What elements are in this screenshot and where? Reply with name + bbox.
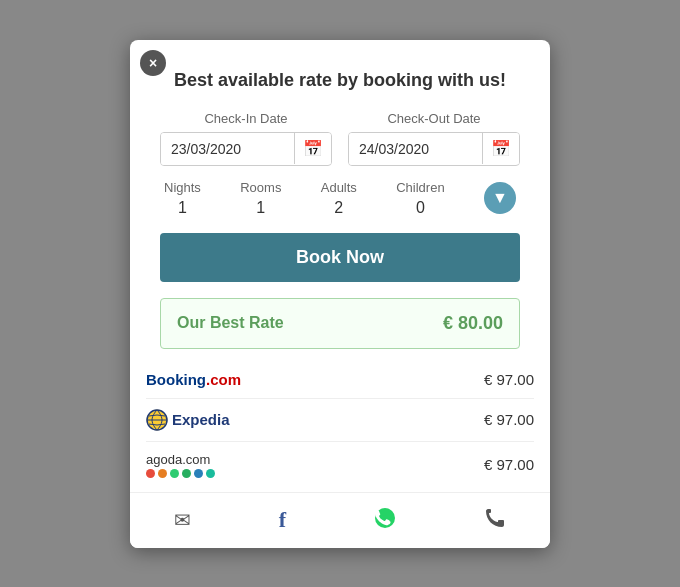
expedia-globe-icon	[146, 409, 168, 431]
adults-counter: Adults 2	[321, 180, 357, 217]
expedia-logo: Expedia	[146, 409, 230, 431]
adults-label: Adults	[321, 180, 357, 195]
rooms-label: Rooms	[240, 180, 281, 195]
expedia-text: Expedia	[172, 411, 230, 428]
children-value: 0	[416, 199, 425, 217]
footer-bar: ✉ f	[130, 492, 550, 548]
phone-icon[interactable]	[484, 507, 506, 534]
best-rate-label: Our Best Rate	[177, 314, 284, 332]
agoda-dots	[146, 469, 215, 478]
agoda-logo: agoda.com	[146, 452, 215, 478]
agoda-dot-3	[170, 469, 179, 478]
agoda-row: agoda.com € 97.00	[146, 442, 534, 488]
email-icon[interactable]: ✉	[174, 508, 191, 532]
children-label: Children	[396, 180, 444, 195]
competitors-section: Booking.com € 97.00 Expedia € 97.00	[130, 361, 550, 488]
best-rate-box: Our Best Rate € 80.00	[160, 298, 520, 349]
agoda-text: agoda.com	[146, 452, 215, 467]
agoda-price: € 97.00	[484, 456, 534, 473]
agoda-dot-1	[146, 469, 155, 478]
adults-value: 2	[334, 199, 343, 217]
checkout-calendar-button[interactable]: 📅	[482, 133, 519, 164]
checkin-input[interactable]	[161, 133, 294, 165]
expedia-row: Expedia € 97.00	[146, 399, 534, 442]
counters-row: Nights 1 Rooms 1 Adults 2 Children 0 ▼	[160, 180, 520, 217]
facebook-icon[interactable]: f	[279, 507, 286, 533]
nights-value: 1	[178, 199, 187, 217]
chevron-down-icon: ▼	[492, 189, 508, 207]
expedia-price: € 97.00	[484, 411, 534, 428]
agoda-dot-6	[206, 469, 215, 478]
counters-dropdown-button[interactable]: ▼	[484, 182, 516, 214]
rooms-value: 1	[256, 199, 265, 217]
close-button[interactable]: ×	[140, 50, 166, 76]
checkin-input-wrap: 📅	[160, 132, 332, 166]
rooms-counter: Rooms 1	[240, 180, 281, 217]
agoda-dot-4	[182, 469, 191, 478]
checkout-input-wrap: 📅	[348, 132, 520, 166]
modal-headline: Best available rate by booking with us!	[160, 70, 520, 91]
checkout-label: Check-Out Date	[348, 111, 520, 126]
book-now-button[interactable]: Book Now	[160, 233, 520, 282]
whatsapp-icon[interactable]	[374, 507, 396, 534]
booking-logo: Booking.com	[146, 371, 241, 388]
checkin-group: Check-In Date 📅	[160, 111, 332, 166]
date-row: Check-In Date 📅 Check-Out Date 📅	[160, 111, 520, 166]
booking-modal: × Best available rate by booking with us…	[130, 40, 550, 548]
nights-label: Nights	[164, 180, 201, 195]
booking-row: Booking.com € 97.00	[146, 361, 534, 399]
nights-counter: Nights 1	[164, 180, 201, 217]
checkout-group: Check-Out Date 📅	[348, 111, 520, 166]
agoda-dot-5	[194, 469, 203, 478]
checkout-input[interactable]	[349, 133, 482, 165]
agoda-dot-2	[158, 469, 167, 478]
best-rate-price: € 80.00	[443, 313, 503, 334]
checkin-label: Check-In Date	[160, 111, 332, 126]
children-counter: Children 0	[396, 180, 444, 217]
booking-price: € 97.00	[484, 371, 534, 388]
checkin-calendar-button[interactable]: 📅	[294, 133, 331, 164]
